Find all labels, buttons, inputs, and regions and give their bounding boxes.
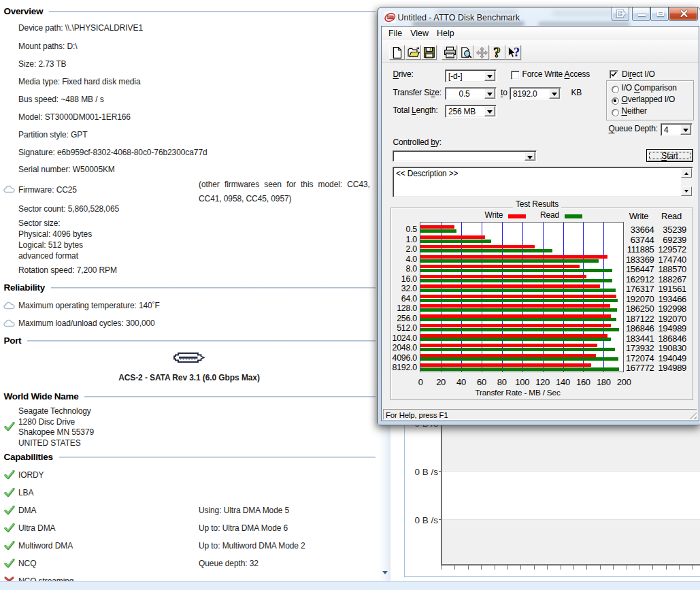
svg-text:?: ?: [493, 46, 500, 59]
svg-text:ATTO: ATTO: [387, 16, 393, 19]
